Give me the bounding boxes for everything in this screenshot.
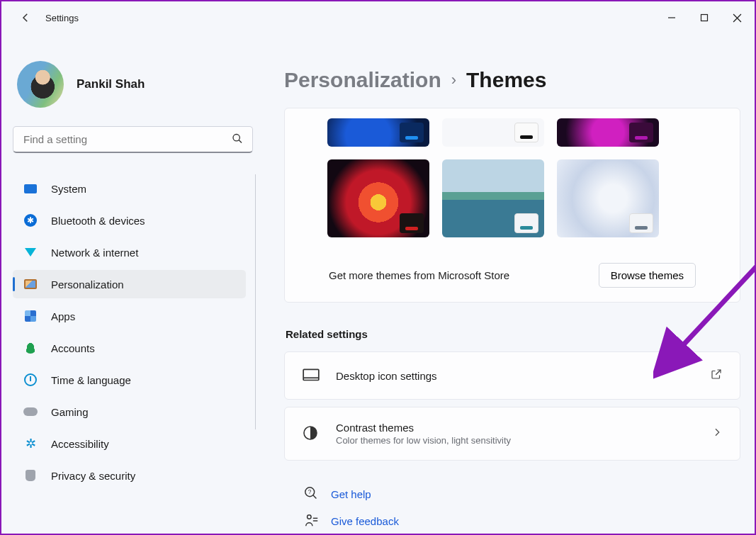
theme-accent-chip: [514, 213, 538, 233]
theme-tile[interactable]: [557, 118, 659, 147]
svg-line-5: [239, 140, 242, 143]
avatar: [17, 61, 64, 108]
sidebar-item-label: Network & internet: [51, 247, 138, 259]
nav: System ✱ Bluetooth & devices Network & i…: [11, 174, 254, 490]
back-button[interactable]: [16, 8, 35, 28]
gamepad-icon: [23, 404, 38, 419]
sidebar-item-label: Bluetooth & devices: [51, 215, 145, 227]
window-controls: [655, 5, 753, 30]
app-shell: Pankil Shah System ✱ Bluetooth & devices…: [1, 34, 755, 534]
system-icon: [23, 181, 38, 196]
accessibility-icon: ✲: [23, 436, 38, 451]
sidebar-item-time[interactable]: Time & language: [13, 366, 246, 394]
sidebar-item-label: Accessibility: [51, 438, 109, 450]
footer-links: ? Get help Give feedback: [284, 480, 740, 534]
sidebar-item-label: Accounts: [51, 342, 95, 354]
sidebar-item-network[interactable]: Network & internet: [13, 238, 246, 266]
sidebar-item-bluetooth[interactable]: ✱ Bluetooth & devices: [13, 206, 246, 235]
theme-tile[interactable]: [442, 159, 544, 237]
setting-texts: Contrast themes Color themes for low vis…: [336, 422, 711, 446]
give-feedback-text[interactable]: Give feedback: [331, 515, 399, 527]
apps-icon: [23, 308, 38, 324]
sidebar-item-accounts[interactable]: Accounts: [13, 334, 246, 362]
page-title: Themes: [466, 68, 546, 92]
svg-point-4: [233, 135, 239, 141]
get-more-themes-text: Get more themes from Microsoft Store: [329, 269, 509, 281]
contrast-icon: [302, 424, 320, 443]
sidebar-item-privacy[interactable]: Privacy & security: [13, 461, 246, 490]
theme-tile[interactable]: [327, 118, 429, 147]
sidebar-item-label: Privacy & security: [51, 470, 135, 482]
sidebar-item-label: Personalization: [51, 278, 124, 291]
desktop-icon: [302, 366, 320, 385]
search-input[interactable]: [13, 126, 253, 153]
sidebar-item-gaming[interactable]: Gaming: [13, 398, 246, 426]
chevron-right-icon: ›: [451, 71, 456, 89]
contrast-themes-row[interactable]: Contrast themes Color themes for low vis…: [284, 407, 740, 461]
related-settings-heading: Related settings: [286, 328, 740, 340]
get-help-text[interactable]: Get help: [331, 488, 371, 500]
bluetooth-icon: ✱: [23, 213, 38, 228]
browse-themes-button[interactable]: Browse themes: [599, 263, 696, 288]
get-more-themes-row: Get more themes from Microsoft Store Bro…: [327, 263, 697, 288]
sidebar-item-system[interactable]: System: [13, 174, 246, 203]
breadcrumb: Personalization › Themes: [284, 68, 740, 92]
svg-rect-6: [303, 369, 319, 380]
search-icon: [232, 133, 243, 147]
setting-subtitle: Color themes for low vision, light sensi…: [336, 435, 711, 446]
person-icon: [23, 340, 38, 356]
theme-accent-chip: [629, 213, 653, 233]
app-title: Settings: [45, 13, 79, 23]
chevron-right-icon: [711, 427, 723, 441]
shield-icon: [23, 468, 38, 483]
theme-accent-chip: [629, 123, 653, 142]
clock-icon: [23, 372, 38, 388]
sidebar-item-label: System: [51, 183, 86, 195]
user-block[interactable]: Pankil Shah: [17, 61, 254, 108]
nav-scroll-indicator[interactable]: [255, 174, 256, 429]
theme-accent-chip: [400, 123, 424, 142]
sidebar-item-accessibility[interactable]: ✲ Accessibility: [13, 429, 246, 458]
wifi-icon: [23, 244, 38, 260]
titlebar: Settings: [1, 1, 755, 34]
get-help-link[interactable]: ? Get help: [284, 480, 740, 507]
search-box[interactable]: [13, 126, 253, 153]
user-name: Pankil Shah: [77, 77, 145, 91]
setting-title: Desktop icon settings: [336, 370, 710, 382]
sidebar-item-label: Gaming: [51, 406, 89, 418]
themes-grid: [327, 118, 697, 237]
breadcrumb-parent[interactable]: Personalization: [284, 68, 441, 92]
theme-accent-chip: [514, 123, 538, 142]
theme-tile[interactable]: [557, 159, 659, 237]
theme-tile[interactable]: [442, 118, 544, 147]
paintbrush-icon: [23, 276, 38, 292]
help-icon: ?: [304, 486, 320, 502]
sidebar-item-personalization[interactable]: Personalization: [13, 270, 246, 298]
svg-rect-1: [701, 15, 708, 21]
open-external-icon: [710, 368, 723, 383]
minimize-button[interactable]: [655, 5, 688, 30]
sidebar: Pankil Shah System ✱ Bluetooth & devices…: [1, 34, 260, 534]
desktop-icon-settings-row[interactable]: Desktop icon settings: [284, 351, 740, 400]
sidebar-item-label: Time & language: [51, 374, 131, 386]
sidebar-item-apps[interactable]: Apps: [13, 302, 246, 330]
theme-accent-chip: [400, 213, 424, 233]
svg-text:?: ?: [308, 489, 312, 495]
sidebar-item-label: Apps: [51, 310, 75, 322]
setting-texts: Desktop icon settings: [336, 370, 710, 382]
setting-title: Contrast themes: [336, 422, 711, 434]
give-feedback-link[interactable]: Give feedback: [284, 507, 740, 534]
content: Personalization › Themes Get more themes…: [260, 34, 755, 534]
maximize-button[interactable]: [688, 5, 721, 30]
feedback-icon: [304, 513, 320, 529]
themes-panel: Get more themes from Microsoft Store Bro…: [284, 108, 740, 303]
close-button[interactable]: [721, 5, 753, 30]
theme-tile[interactable]: [327, 159, 429, 237]
svg-point-11: [308, 515, 312, 519]
